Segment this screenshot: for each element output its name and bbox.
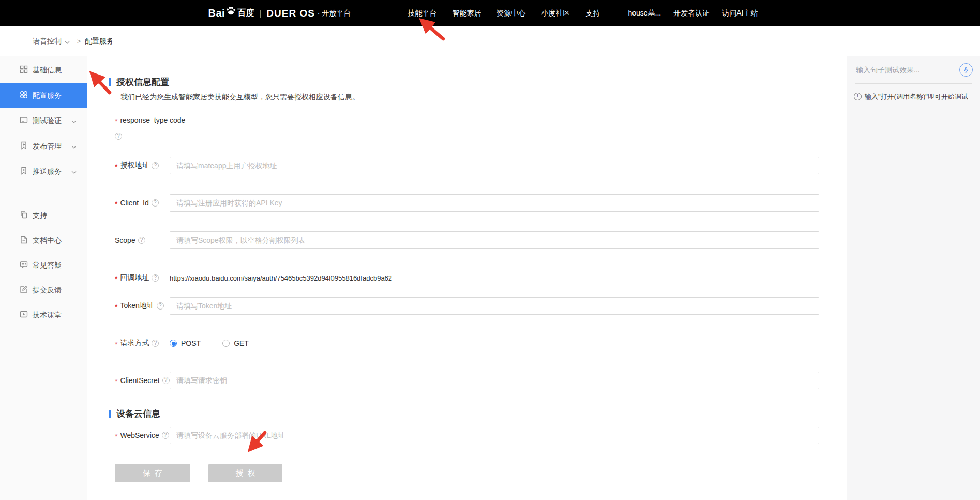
breadcrumb-skill-name[interactable]: 语音控制 — [33, 37, 62, 46]
sidebar-item-label: 配置服务 — [33, 91, 62, 100]
sidebar-item-label: 发布管理 — [33, 142, 62, 151]
help-icon[interactable]: ? — [162, 377, 170, 384]
help-icon[interactable]: ? — [152, 340, 159, 347]
chevron-down-icon[interactable] — [71, 167, 77, 177]
webservice-row: * WebService ? — [115, 427, 819, 444]
token-url-input[interactable] — [170, 297, 819, 315]
scope-row: Scope ? — [115, 231, 819, 249]
help-icon[interactable]: ? — [152, 162, 159, 169]
top-navigation-bar: Bai 百度 | DUER OS · 开放平台 技能平台 智能家居 资源中心 小… — [0, 0, 980, 26]
sidebar-item-label: 测试验证 — [33, 116, 62, 126]
sidebar-item-support[interactable]: 支持 — [0, 203, 87, 228]
radio-selected-icon[interactable] — [170, 340, 177, 347]
chevron-down-icon[interactable] — [71, 116, 77, 126]
play-video-icon — [20, 310, 28, 320]
sidebar-item-config-service[interactable]: 配置服务 — [0, 83, 87, 108]
visit-ai-site-link[interactable]: 访问AI主站 — [722, 9, 758, 18]
client-id-input[interactable] — [170, 194, 819, 212]
info-icon: ! — [854, 93, 862, 100]
nav-xiaodu-community[interactable]: 小度社区 — [541, 9, 570, 18]
required-mark: * — [115, 275, 117, 283]
username[interactable]: house墓... — [628, 9, 661, 18]
client-id-row: * Client_Id ? — [115, 194, 819, 212]
sidebar-item-label: 推送服务 — [33, 167, 62, 177]
required-mark: * — [115, 117, 117, 125]
sidebar-item-label: 技术课堂 — [33, 311, 62, 320]
test-sentence-input[interactable] — [856, 66, 959, 74]
help-icon[interactable]: ? — [138, 237, 145, 244]
client-id-label: * Client_Id ? — [115, 198, 170, 208]
blue-section-bar — [109, 410, 111, 418]
auth-section-title: 授权信息配置 — [109, 76, 169, 88]
bookmark-plus-icon — [20, 141, 28, 152]
scope-label: Scope ? — [115, 236, 170, 244]
help-icon[interactable]: ? — [152, 199, 159, 207]
breadcrumb-current-page: 配置服务 — [85, 37, 114, 46]
auth-section-description: 我们已经为您生成智能家居类技能交互模型，您只需要授权相应设备信息。 — [120, 93, 359, 102]
developer-certification-link[interactable]: 开发者认证 — [673, 9, 710, 18]
required-mark: * — [115, 163, 117, 171]
breadcrumb-separator: > — [77, 38, 81, 45]
baidu-paw-icon — [225, 5, 236, 18]
sidebar-item-test-verify[interactable]: 测试验证 — [0, 108, 87, 134]
baidu-dueros-logo[interactable]: Bai 百度 | DUER OS · 开放平台 — [208, 5, 351, 21]
logo-divider: | — [259, 9, 261, 18]
section-title-text: 授权信息配置 — [116, 76, 169, 88]
radio-unselected-icon[interactable] — [222, 340, 230, 347]
required-mark: * — [115, 303, 117, 311]
nav-skill-platform[interactable]: 技能平台 — [408, 9, 437, 18]
chevron-down-icon[interactable] — [71, 142, 77, 151]
radio-option-get[interactable]: GET — [222, 339, 249, 347]
sidebar-item-label: 文档中心 — [33, 236, 62, 245]
help-icon[interactable]: ? — [157, 302, 164, 310]
nav-smart-home[interactable]: 智能家居 — [453, 9, 481, 18]
sidebar-item-label: 提交反馈 — [33, 286, 62, 295]
grid-icon — [20, 65, 28, 76]
help-icon[interactable]: ? — [162, 432, 169, 439]
authorize-button[interactable]: 授权 — [208, 464, 282, 482]
chat-bubble-icon — [20, 260, 28, 271]
client-secret-input[interactable] — [170, 372, 819, 389]
auth-url-row: * 授权地址 ? — [115, 157, 819, 174]
breadcrumb: 语音控制 > 配置服务 — [0, 26, 980, 56]
test-hint: ! 输入"打开(调用名称)"即可开始调试 — [847, 84, 980, 101]
sidebar-item-faq[interactable]: 常见答疑 — [0, 253, 87, 278]
open-platform-label: · 开放平台 — [318, 9, 351, 18]
sidebar-item-basic-info[interactable]: 基础信息 — [0, 57, 87, 83]
dueros-product-name: DUER OS — [266, 8, 315, 19]
help-icon[interactable]: ? — [115, 133, 122, 140]
chevron-down-icon[interactable] — [65, 37, 70, 47]
radio-option-post[interactable]: POST — [170, 339, 201, 347]
test-sentence-row — [847, 56, 980, 83]
callback-url-row: * 回调地址 ? https://xiaodu.baidu.com/saiya/… — [115, 269, 819, 287]
sidebar-item-doc-center[interactable]: 文档中心 — [0, 228, 87, 253]
sidebar-item-publish-manage[interactable]: 发布管理 — [0, 134, 87, 159]
nav-resource-center[interactable]: 资源中心 — [497, 9, 526, 18]
sidebar-item-label: 基础信息 — [33, 66, 62, 75]
sidebar-item-feedback[interactable]: 提交反馈 — [0, 278, 87, 303]
request-method-label: * 请求方式 ? — [115, 339, 170, 348]
webservice-label: * WebService ? — [115, 431, 170, 440]
sidebar-item-tech-class[interactable]: 技术课堂 — [0, 303, 87, 328]
baidu-logo-cn: 百度 — [237, 8, 254, 19]
webservice-input[interactable] — [170, 427, 819, 444]
save-button[interactable]: 保存 — [115, 464, 190, 482]
callback-url-value: https://xiaodu.baidu.com/saiya/auth/7546… — [170, 274, 392, 282]
blue-section-bar — [109, 78, 111, 86]
test-panel: ! 输入"打开(调用名称)"即可开始调试 — [847, 56, 980, 500]
nav-support[interactable]: 支持 — [586, 9, 600, 18]
copy-pages-icon — [20, 211, 28, 221]
sidebar: 基础信息 配置服务 测试验证 发布管理 — [0, 56, 87, 500]
client-secret-row: * ClientSecret ? — [115, 372, 819, 389]
main-content: 授权信息配置 我们已经为您生成智能家居类技能交互模型，您只需要授权相应设备信息。… — [87, 56, 847, 500]
help-icon[interactable]: ? — [152, 274, 159, 282]
scope-input[interactable] — [170, 231, 819, 249]
response-type-help-row: ? — [115, 131, 819, 141]
required-mark: * — [115, 200, 117, 208]
test-card-icon — [20, 116, 28, 126]
callback-url-label: * 回调地址 ? — [115, 273, 170, 283]
microphone-button[interactable] — [959, 63, 973, 77]
sidebar-item-push-service[interactable]: 推送服务 — [0, 159, 87, 184]
auth-url-input[interactable] — [170, 157, 819, 174]
test-hint-text: 输入"打开(调用名称)"即可开始调试 — [865, 92, 968, 101]
